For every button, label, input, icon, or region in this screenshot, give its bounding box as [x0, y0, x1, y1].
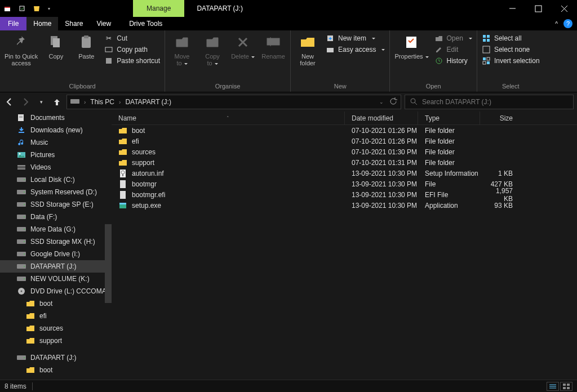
tree-item[interactable]: SSD Storage SP (E:) — [0, 198, 112, 211]
svg-rect-26 — [487, 61, 490, 64]
recent-locations-button[interactable]: ▾ — [35, 96, 47, 108]
tree-item[interactable]: Downloads (new) — [0, 124, 112, 136]
drive-tools-tab[interactable]: Drive Tools — [122, 17, 169, 30]
breadcrumb-this-pc[interactable]: This PC — [90, 98, 114, 106]
rename-button[interactable]: Rename — [261, 34, 286, 60]
file-row[interactable]: boot07-10-2021 01:26 PMFile folder — [112, 125, 577, 136]
exe-icon — [118, 201, 127, 210]
qat-item-3[interactable] — [29, 0, 44, 17]
select-none-button[interactable]: Select none — [482, 45, 540, 54]
svg-point-30 — [411, 99, 415, 103]
address-bar[interactable]: › This PC › DATAPART (J:) ⌄ — [66, 95, 401, 109]
new-folder-button[interactable]: Newfolder — [295, 34, 320, 66]
svg-rect-29 — [70, 99, 79, 104]
tree-item[interactable]: System Reserved (D:) — [0, 186, 112, 198]
paste-label: Paste — [78, 53, 94, 60]
back-button[interactable] — [3, 96, 16, 108]
copy-to-button[interactable]: Copyto — [200, 34, 225, 66]
tree-item[interactable]: SSD Storage MX (H:) — [0, 235, 112, 248]
forward-button[interactable] — [19, 96, 32, 108]
delete-button[interactable]: Delete — [230, 34, 255, 60]
tree-item[interactable]: Videos — [0, 161, 112, 173]
edit-button[interactable]: Edit — [434, 45, 472, 54]
help-button[interactable]: ? — [563, 19, 572, 28]
file-row[interactable]: autorun.inf13-09-2021 10:30 PMSetup Info… — [112, 168, 577, 179]
tree-scrollbar[interactable] — [105, 224, 112, 303]
file-type: File folder — [418, 137, 480, 145]
chevron-right-icon[interactable]: › — [117, 99, 123, 105]
tree-item[interactable]: Google Drive (I:) — [0, 248, 112, 260]
tree-item[interactable]: DVD Drive (L:) CCCOMA_X — [0, 285, 112, 297]
pin-to-quick-access-button[interactable]: Pin to Quickaccess — [5, 34, 38, 66]
manage-tab[interactable]: Manage — [133, 0, 184, 17]
collapse-ribbon-icon[interactable]: ^ — [549, 17, 563, 30]
copy-button[interactable]: Copy — [43, 34, 68, 60]
home-tab[interactable]: Home — [26, 17, 58, 30]
col-size[interactable]: Size — [480, 112, 520, 124]
col-date[interactable]: Date modified — [345, 112, 418, 124]
close-button[interactable] — [551, 0, 577, 17]
file-row[interactable]: efi07-10-2021 01:26 PMFile folder — [112, 136, 577, 146]
tree-item-label: System Reserved (D:) — [30, 188, 97, 196]
tree-item[interactable]: Documents — [0, 112, 112, 124]
tree-item[interactable]: boot — [0, 297, 112, 310]
refresh-button[interactable] — [389, 97, 397, 107]
easy-access-button[interactable]: Easy access — [326, 45, 385, 54]
tree-item[interactable]: efi — [0, 376, 112, 380]
tree-item[interactable]: boot — [0, 364, 112, 376]
select-all-button[interactable]: Select all — [482, 34, 540, 43]
tree-item[interactable]: DATAPART (J:) — [0, 351, 112, 364]
breadcrumb-location[interactable]: DATAPART (J:) — [125, 98, 171, 106]
history-button[interactable]: History — [434, 56, 472, 65]
file-row[interactable]: bootmgr.efi13-09-2021 10:30 PMEFI File1,… — [112, 189, 577, 200]
file-row[interactable]: sources07-10-2021 01:30 PMFile folder — [112, 146, 577, 157]
invert-selection-button[interactable]: Invert selection — [482, 56, 540, 65]
maximize-button[interactable] — [525, 0, 551, 17]
move-to-button[interactable]: Moveto — [170, 34, 194, 66]
qat-item-2[interactable] — [15, 0, 29, 17]
qat-item-1[interactable] — [0, 0, 15, 17]
search-box[interactable]: Search DATAPART (J:) — [405, 95, 574, 109]
tree-item[interactable]: Local Disk (C:) — [0, 173, 112, 186]
nav-tree[interactable]: DocumentsDownloads (new)MusicPicturesVid… — [0, 112, 112, 380]
tree-item[interactable]: Data (F:) — [0, 211, 112, 223]
properties-button[interactable]: Properties — [394, 34, 428, 60]
rename-label: Rename — [261, 53, 285, 60]
qat-dropdown-icon[interactable]: ▾ — [44, 0, 54, 17]
inf-icon — [118, 169, 127, 178]
svg-point-42 — [24, 179, 25, 180]
share-tab[interactable]: Share — [58, 17, 90, 30]
file-size: 1 KB — [480, 170, 520, 177]
copy-path-button[interactable]: Copy path — [104, 45, 160, 54]
tree-item[interactable]: support — [0, 335, 112, 347]
tree-item[interactable]: More Data (G:) — [0, 223, 112, 235]
address-dropdown-icon[interactable]: ⌄ — [379, 99, 384, 105]
thumbnails-view-button[interactable] — [560, 382, 572, 391]
paste-button[interactable]: Paste — [74, 34, 99, 60]
paste-shortcut-button[interactable]: Paste shortcut — [104, 56, 160, 65]
file-menu[interactable]: File — [0, 17, 26, 30]
tree-item[interactable]: efi — [0, 310, 112, 322]
file-row[interactable]: setup.exe13-09-2021 10:30 PMApplication9… — [112, 200, 577, 211]
file-size: 1,957 KB — [480, 187, 520, 203]
col-type[interactable]: Type — [418, 112, 480, 124]
file-row[interactable]: support07-10-2021 01:31 PMFile folder — [112, 157, 577, 168]
tree-item[interactable]: sources — [0, 322, 112, 335]
tree-item-label: DVD Drive (L:) CCCOMA_X — [30, 287, 112, 295]
select-none-label: Select none — [494, 46, 530, 54]
view-tab[interactable]: View — [90, 17, 118, 30]
minimize-button[interactable] — [499, 0, 525, 17]
details-view-button[interactable] — [547, 382, 559, 391]
open-button[interactable]: Open — [434, 34, 472, 43]
cut-button[interactable]: ✂Cut — [104, 34, 160, 43]
tree-item[interactable]: NEW VOLUME (K:) — [0, 273, 112, 285]
up-button[interactable] — [51, 96, 63, 108]
new-item-button[interactable]: ✦New item — [326, 34, 385, 43]
tree-item[interactable]: Pictures — [0, 149, 112, 161]
chevron-right-icon[interactable]: › — [82, 99, 88, 105]
svg-point-56 — [24, 266, 25, 267]
tree-item[interactable]: Music — [0, 136, 112, 149]
col-name[interactable]: Name˄ — [112, 112, 345, 124]
ribbon: Pin to Quickaccess Copy Paste ✂Cut Copy … — [0, 30, 577, 92]
tree-item[interactable]: DATAPART (J:) — [0, 260, 112, 273]
